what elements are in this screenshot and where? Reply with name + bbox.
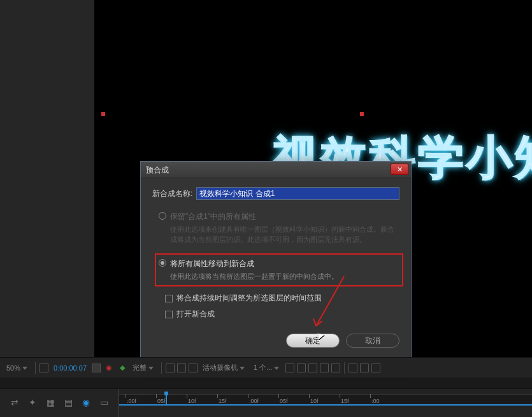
channel-icon[interactable]: ◆ (117, 362, 127, 373)
radio-label-2: 将所有属性移动到新合成 (170, 258, 254, 269)
motion-blur-icon[interactable]: ▦ (45, 397, 56, 409)
timecode-display[interactable]: 0:00:00:07 (51, 363, 89, 373)
checkbox-icon (165, 295, 173, 302)
tool-icon[interactable] (285, 364, 294, 372)
close-button[interactable]: ✕ (391, 164, 408, 175)
tool-icon[interactable] (331, 364, 340, 372)
tool-icon[interactable] (320, 364, 329, 372)
frame-blend-icon[interactable]: ✦ (27, 397, 38, 409)
chevron-down-icon (148, 365, 155, 371)
mask-icon[interactable] (189, 364, 198, 372)
tool-icon[interactable] (360, 364, 369, 372)
viewer-footer-bar: 50% 0:00:00:07 ◉ ◆ 完整 活动摄像机 1 个... (0, 357, 532, 378)
radio-desc-1: 使用此选项来创建具有唯一图层（视效科学小知识）的新中间合成。新合成将成为当前图层… (170, 224, 399, 244)
comp-name-input[interactable] (196, 187, 399, 200)
checkbox-label-1: 将合成持续时间调整为所选图层的时间范围 (176, 293, 322, 304)
annotation-arrow (306, 274, 350, 337)
cancel-button[interactable]: 取消 (346, 334, 399, 348)
tool-icon[interactable] (308, 364, 317, 372)
tool-icon[interactable] (349, 364, 357, 372)
checkbox-label-2: 打开新合成 (176, 309, 215, 320)
stopwatch-icon[interactable]: ▭ (98, 397, 110, 409)
exposure-icon[interactable] (371, 364, 380, 372)
close-icon: ✕ (397, 166, 403, 173)
views-dropdown[interactable]: 1 个... (251, 362, 283, 374)
radio-label-1: 保留"合成1"中的所有属性 (170, 211, 256, 222)
dialog-title-text: 预合成 (146, 166, 169, 174)
brain-icon[interactable]: ◉ (80, 397, 92, 409)
checkbox-icon (165, 311, 173, 318)
timeline-toolbar: ⇄ ✦ ▦ ▤ ◉ ▭ (0, 389, 119, 417)
shy-toggle-icon[interactable]: ⇄ (9, 397, 20, 409)
divider (35, 362, 36, 374)
dialog-body: 新合成名称: 保留"合成1"中的所有属性 使用此选项来创建具有唯一图层（视效科学… (141, 178, 411, 359)
camera-dropdown[interactable]: 活动摄像机 (200, 362, 248, 374)
radio-icon (159, 212, 166, 220)
graph-editor-icon[interactable]: ▤ (62, 397, 74, 409)
checkbox-open-new-comp[interactable]: 打开新合成 (165, 309, 399, 320)
radio-icon-selected (159, 259, 166, 267)
time-ruler[interactable]: :00f05f10f15f:00f05f10f15f:00 (119, 389, 532, 417)
work-area-bar[interactable] (119, 404, 532, 406)
layer-handle[interactable] (101, 112, 105, 116)
chevron-down-icon (274, 365, 280, 371)
name-label: 新合成名称: (152, 188, 192, 199)
layer-handle[interactable] (360, 112, 364, 116)
checkbox-adjust-duration[interactable]: 将合成持续时间调整为所选图层的时间范围 (165, 293, 399, 304)
radio-desc-2: 使用此选项将当前所选图层一起置于新的中间合成中。 (170, 271, 399, 281)
tool-icon[interactable] (297, 364, 306, 372)
radio-option-leave-attributes: 保留"合成1"中的所有属性 使用此选项来创建具有唯一图层（视效科学小知识）的新中… (159, 211, 399, 244)
chevron-down-icon (22, 365, 29, 371)
resolution-icon[interactable] (40, 364, 48, 372)
quality-dropdown[interactable]: 完整 (130, 362, 157, 374)
divider (344, 362, 345, 374)
radio-option-move-attributes[interactable]: 将所有属性移动到新合成 使用此选项将当前所选图层一起置于新的中间合成中。 (159, 258, 399, 281)
annotation-highlight-box: 将所有属性移动到新合成 使用此选项将当前所选图层一起置于新的中间合成中。 (155, 253, 403, 286)
zoom-dropdown[interactable]: 50% (4, 363, 31, 373)
timeline-panel: ⇄ ✦ ▦ ▤ ◉ ▭ :00f05f10f15f:00f05f10f15f:0… (0, 388, 532, 417)
precompose-dialog: 预合成 ✕ 新合成名称: 保留"合成1"中的所有属性 使用此选项来创建具有唯一图… (140, 161, 412, 360)
guides-icon[interactable] (177, 364, 186, 372)
dialog-titlebar[interactable]: 预合成 ✕ (141, 162, 411, 178)
chevron-down-icon (240, 365, 246, 371)
snapshot-icon[interactable] (92, 364, 101, 372)
color-mgmt-icon[interactable]: ◉ (103, 362, 115, 373)
divider (161, 362, 162, 374)
grid-icon[interactable] (166, 364, 175, 372)
